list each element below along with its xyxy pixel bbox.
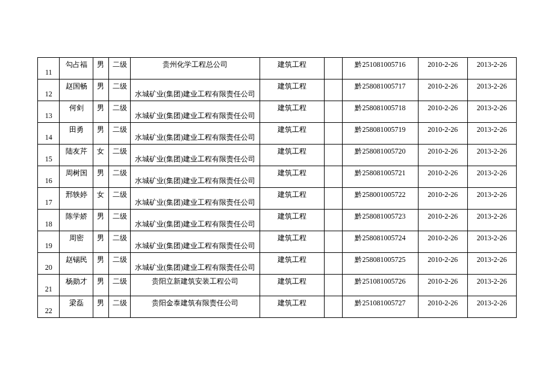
- cell-field: 建筑工程: [260, 101, 324, 123]
- cell-cert: 黔258081005724: [342, 231, 418, 253]
- cell-date-start: 2010-2-26: [419, 166, 467, 188]
- cell-level: 二级: [108, 123, 130, 145]
- cell-index: 17: [38, 188, 60, 210]
- cell-company: 贵阳立新建筑安装工程公司: [131, 275, 260, 296]
- cell-company: 水城矿业(集团)建业工程有限责任公司: [131, 123, 260, 145]
- cell-field: 建筑工程: [260, 79, 324, 101]
- cell-index: 12: [38, 79, 60, 101]
- cell-field: 建筑工程: [260, 253, 324, 275]
- cell-cert: 黔258081005725: [342, 253, 418, 275]
- cell-date-start: 2010-2-26: [419, 253, 467, 275]
- cell-date-start: 2010-2-26: [419, 123, 467, 145]
- cell-date-end: 2013-2-26: [467, 188, 516, 210]
- cell-gender: 女: [93, 188, 109, 210]
- cell-name: 赵国畅: [60, 79, 93, 101]
- cell-date-end: 2013-2-26: [467, 101, 516, 123]
- cell-level: 二级: [108, 253, 130, 275]
- table-row: 18陈学娇男二级水城矿业(集团)建业工程有限责任公司建筑工程黔258081005…: [38, 210, 517, 231]
- table-row: 15陆友芹女二级水城矿业(集团)建业工程有限责任公司建筑工程黔258081005…: [38, 145, 517, 166]
- cell-cert: 黔258081005721: [342, 166, 418, 188]
- cell-cert: 黔251081005726: [342, 275, 418, 296]
- cell-name: 勾占福: [60, 58, 93, 79]
- table-row: 13何剑男二级水城矿业(集团)建业工程有限责任公司建筑工程黔2580810057…: [38, 101, 517, 123]
- table-body: 11勾占福男二级贵州化学工程总公司建筑工程黔2510810057162010-2…: [38, 58, 517, 318]
- cell-level: 二级: [108, 296, 130, 318]
- cell-name: 陆友芹: [60, 145, 93, 166]
- cell-company: 水城矿业(集团)建业工程有限责任公司: [131, 210, 260, 231]
- cell-blank: [324, 123, 342, 145]
- cell-gender: 男: [93, 123, 109, 145]
- cell-date-start: 2010-2-26: [419, 101, 467, 123]
- cell-gender: 男: [93, 79, 109, 101]
- cell-company: 水城矿业(集团)建业工程有限责任公司: [131, 253, 260, 275]
- cell-field: 建筑工程: [260, 145, 324, 166]
- cell-blank: [324, 275, 342, 296]
- cell-field: 建筑工程: [260, 188, 324, 210]
- cell-blank: [324, 166, 342, 188]
- cell-level: 二级: [108, 231, 130, 253]
- cell-date-start: 2010-2-26: [419, 58, 467, 79]
- cell-cert: 黔258081005719: [342, 123, 418, 145]
- cell-name: 赵锡民: [60, 253, 93, 275]
- cell-index: 22: [38, 296, 60, 318]
- cell-field: 建筑工程: [260, 210, 324, 231]
- cell-name: 田勇: [60, 123, 93, 145]
- cell-company: 水城矿业(集团)建业工程有限责任公司: [131, 188, 260, 210]
- cell-index: 16: [38, 166, 60, 188]
- cell-blank: [324, 58, 342, 79]
- cell-level: 二级: [108, 188, 130, 210]
- cell-field: 建筑工程: [260, 166, 324, 188]
- registry-table: 11勾占福男二级贵州化学工程总公司建筑工程黔2510810057162010-2…: [37, 57, 517, 318]
- cell-level: 二级: [108, 101, 130, 123]
- cell-blank: [324, 101, 342, 123]
- cell-blank: [324, 79, 342, 101]
- table-row: 20赵锡民男二级水城矿业(集团)建业工程有限责任公司建筑工程黔258081005…: [38, 253, 517, 275]
- cell-date-start: 2010-2-26: [419, 210, 467, 231]
- cell-index: 21: [38, 275, 60, 296]
- cell-blank: [324, 210, 342, 231]
- cell-company: 贵阳金泰建筑有限责任公司: [131, 296, 260, 318]
- cell-company: 水城矿业(集团)建业工程有限责任公司: [131, 166, 260, 188]
- table-row: 14田勇男二级水城矿业(集团)建业工程有限责任公司建筑工程黔2580810057…: [38, 123, 517, 145]
- cell-index: 14: [38, 123, 60, 145]
- cell-cert: 黔258001005722: [342, 188, 418, 210]
- table-row: 16周树国男二级水城矿业(集团)建业工程有限责任公司建筑工程黔258081005…: [38, 166, 517, 188]
- cell-gender: 男: [93, 101, 109, 123]
- cell-company: 水城矿业(集团)建业工程有限责任公司: [131, 101, 260, 123]
- cell-name: 何剑: [60, 101, 93, 123]
- cell-level: 二级: [108, 58, 130, 79]
- cell-name: 陈学娇: [60, 210, 93, 231]
- cell-date-end: 2013-2-26: [467, 231, 516, 253]
- cell-date-start: 2010-2-26: [419, 231, 467, 253]
- cell-name: 梁磊: [60, 296, 93, 318]
- cell-name: 杨勋才: [60, 275, 93, 296]
- cell-blank: [324, 296, 342, 318]
- cell-cert: 黔258081005720: [342, 145, 418, 166]
- cell-gender: 男: [93, 58, 109, 79]
- cell-name: 周树国: [60, 166, 93, 188]
- cell-index: 13: [38, 101, 60, 123]
- cell-date-end: 2013-2-26: [467, 210, 516, 231]
- cell-field: 建筑工程: [260, 275, 324, 296]
- cell-index: 18: [38, 210, 60, 231]
- cell-index: 20: [38, 253, 60, 275]
- cell-date-start: 2010-2-26: [419, 79, 467, 101]
- cell-gender: 男: [93, 275, 109, 296]
- cell-date-end: 2013-2-26: [467, 166, 516, 188]
- cell-level: 二级: [108, 166, 130, 188]
- cell-blank: [324, 188, 342, 210]
- cell-level: 二级: [108, 275, 130, 296]
- cell-index: 15: [38, 145, 60, 166]
- cell-date-end: 2013-2-26: [467, 145, 516, 166]
- cell-gender: 男: [93, 231, 109, 253]
- cell-company: 水城矿业(集团)建业工程有限责任公司: [131, 79, 260, 101]
- table-row: 22梁磊男二级贵阳金泰建筑有限责任公司建筑工程黔2510810057272010…: [38, 296, 517, 318]
- cell-cert: 黔258081005723: [342, 210, 418, 231]
- cell-date-end: 2013-2-26: [467, 275, 516, 296]
- cell-blank: [324, 253, 342, 275]
- cell-company: 水城矿业(集团)建业工程有限责任公司: [131, 231, 260, 253]
- cell-blank: [324, 231, 342, 253]
- cell-gender: 女: [93, 145, 109, 166]
- cell-cert: 黔258081005717: [342, 79, 418, 101]
- cell-name: 邢轶婷: [60, 188, 93, 210]
